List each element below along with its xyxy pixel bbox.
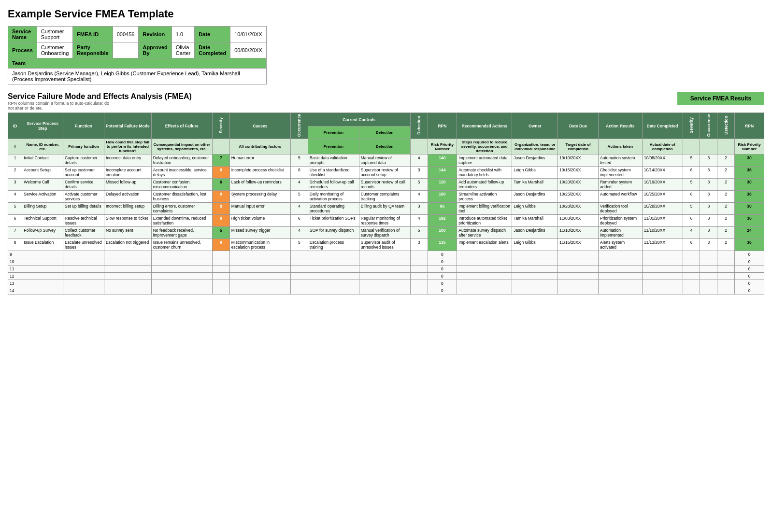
table-row: 1200 (8, 273, 764, 280)
col-sub-rec: Steps required to reduce severity, occur… (457, 139, 512, 154)
table-row: 4Service ActivationActivate customer ser… (8, 191, 764, 203)
col-header-owner: Owner (512, 113, 558, 139)
col-header-actres: Action Results (598, 113, 642, 139)
table-row: 1100 (8, 266, 764, 273)
process-label: Process (8, 42, 37, 58)
col-sub-rpn: Risk Priority Number (428, 139, 457, 154)
col-subheader-prev: Prevention (308, 126, 359, 139)
col-sub-sev (212, 139, 229, 154)
fmea-table: ID Service Process Step Function Potenti… (8, 112, 764, 294)
fmea-section-title: Service Failure Mode and Effects Analysi… (8, 92, 677, 101)
table-row: 1300 (8, 280, 764, 287)
col-header-current-controls: Current Controls (308, 113, 410, 126)
results-badge: Service FMEA Results (677, 92, 764, 105)
table-row: 1400 (8, 287, 764, 294)
col-sub-det2 (717, 139, 735, 154)
table-row: 3Welcome CallConfirm service detailsMiss… (8, 179, 764, 191)
col-header-det: Detection (410, 113, 428, 139)
revision-label: Revision (139, 27, 172, 42)
col-header-rpn2: RPN (735, 113, 764, 139)
service-name-value: Customer Support (37, 27, 73, 42)
date-value: 10/01/20XX (230, 27, 267, 42)
date-completed-label: Date Completed (195, 42, 230, 58)
col-header-occ2: Occurrence (700, 113, 717, 139)
table-row: 2Account SetupSet up customer accountInc… (8, 167, 764, 179)
revision-value: 1.0 (172, 27, 195, 42)
col-sub-datcomp: Actual date of completion (642, 139, 683, 154)
section-header: Service Failure Mode and Effects Analysi… (8, 92, 764, 111)
col-sub-hash: # (8, 139, 22, 154)
date-label: Date (195, 27, 230, 42)
table-row: 900 (8, 251, 764, 258)
fmea-id-value: 000456 (113, 27, 139, 42)
party-responsible-label: Party Responsible (73, 42, 113, 58)
col-sub-sev2 (683, 139, 700, 154)
col-header-sev: Severity (212, 113, 229, 139)
table-row: 1000 (8, 258, 764, 266)
col-sub-occ2 (700, 139, 717, 154)
col-sub-prev: Prevention (308, 139, 359, 154)
date-completed-value: 00/00/20XX (230, 42, 267, 58)
col-header-sps: Service Process Step (22, 113, 63, 139)
col-sub-id: Name, ID number, etc. (22, 139, 63, 154)
col-header-rpn: RPN (428, 113, 457, 139)
col-sub-pfm: How could this step fail to perform its … (104, 139, 151, 154)
col-sub-det-num (410, 139, 428, 154)
service-name-label: Service Name (8, 27, 37, 42)
team-label: Team (8, 58, 267, 69)
col-header-datcomp: Date Completed (642, 113, 683, 139)
col-sub-func: Primary function (63, 139, 104, 154)
col-header-pfm: Potential Failure Mode (104, 113, 151, 139)
col-header-func: Function (63, 113, 104, 139)
col-header-occ: Occurrence (290, 113, 308, 139)
rpn-note: RPN columns contain a formula to auto-ca… (8, 101, 114, 111)
table-row: 5Billing SetupSet up billing detailsInco… (8, 203, 764, 215)
table-row: 6Technical SupportResolve technical issu… (8, 215, 764, 227)
approved-by-label: Approved By (139, 42, 172, 58)
info-table: Service Name Customer Support FMEA ID 00… (8, 26, 267, 84)
party-responsible-value (113, 42, 139, 58)
col-sub-owner: Organization, team, or individual respon… (512, 139, 558, 154)
table-row: 8Issue EscalationEscalate unresolved iss… (8, 239, 764, 251)
col-header-duedate: Date Due (558, 113, 599, 139)
col-sub-occ (290, 139, 308, 154)
col-subheader-det-ctrl: Detection (359, 126, 410, 139)
col-header-sev2: Severity (683, 113, 700, 139)
process-value: Customer Onboarding (37, 42, 73, 58)
col-header-causes: Causes (229, 113, 290, 139)
col-header-eof: Effects of Failure (151, 113, 212, 139)
col-header-det2: Detection (717, 113, 735, 139)
table-row: 7Follow-up SurveyCollect customer feedba… (8, 227, 764, 239)
page-title: Example Service FMEA Template (8, 8, 764, 20)
col-sub-det: Detection (359, 139, 410, 154)
col-header-id: ID (8, 113, 22, 139)
fmea-id-label: FMEA ID (73, 27, 113, 42)
col-sub-eof: Consequential impact on other systems, d… (151, 139, 212, 154)
team-members: Jason Desjardins (Service Manager), Leig… (8, 69, 267, 84)
col-sub-causes: All contributing factors (229, 139, 290, 154)
col-header-rec: Recommended Actions (457, 113, 512, 139)
col-sub-actres: Actions taken (598, 139, 642, 154)
table-row: 1Initial ContactCapture customer details… (8, 154, 764, 167)
col-sub-duedate: Target date of completion (558, 139, 599, 154)
approved-by-value: Olivia Carter (172, 42, 195, 58)
col-sub-rpn2: Risk Priority Number (735, 139, 764, 154)
